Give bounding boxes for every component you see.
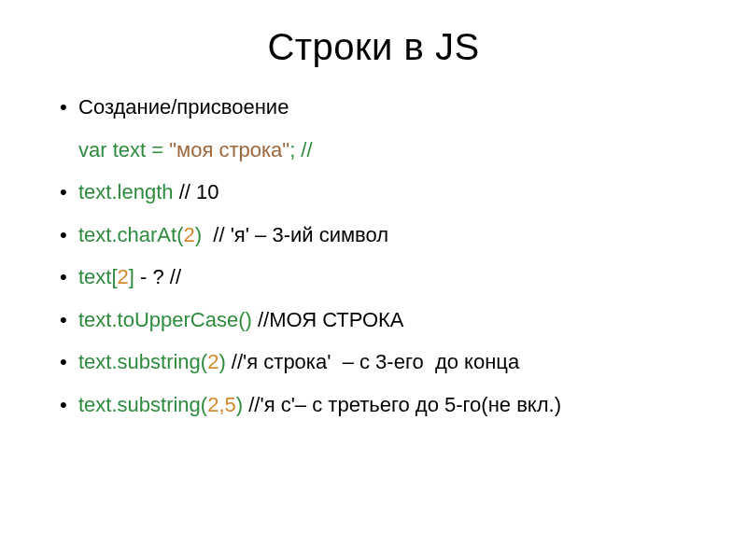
text-segment: ) [236,393,243,416]
text-segment: ) [195,223,207,246]
text-segment: "моя строка" [169,138,289,161]
text-segment: 2,5 [207,393,236,416]
text-segment: //МОЯ СТРОКА [252,308,404,331]
body-line: text.substring(2) //'я строка' – с 3-его… [56,349,691,375]
text-segment: // 10 [174,180,219,203]
body-line: Создание/присвоение [56,94,691,120]
text-segment: Создание/присвоение [78,95,289,119]
slide-title: Строки в JS [56,26,691,68]
text-segment: // 'я' – 3-ий символ [207,223,388,246]
text-segment: ) [218,350,225,373]
slide: Строки в JS Создание/присвоениеvar text … [0,0,747,560]
body-line: text.substring(2,5) //'я с'– с третьего … [56,392,691,418]
body-line: text.toUpperCase() //МОЯ СТРОКА [56,307,691,333]
body-line: text.charAt(2) // 'я' – 3-ий символ [56,222,691,248]
text-segment: text.charAt( [78,223,183,246]
text-segment: 2 [183,223,194,246]
text-segment: text.substring( [78,350,207,373]
body-line: text.length // 10 [56,179,691,205]
text-segment: var text = [78,138,169,161]
text-segment: text.substring( [78,393,207,416]
text-segment: 2 [207,350,218,373]
text-segment: - ? // [134,265,181,288]
body-line: var text = "моя строка"; // [56,137,691,163]
text-segment: 2 [118,265,129,288]
text-segment: text[ [78,265,118,288]
slide-body: Создание/присвоениеvar text = "моя строк… [56,94,691,417]
body-line: text[2] - ? // [56,264,691,290]
text-segment: //'я строка' – с 3-его до конца [226,350,519,373]
text-segment: text.toUpperCase() [78,308,252,331]
text-segment: ; // [289,138,312,161]
text-segment: text.length [78,180,174,203]
text-segment: //'я с'– с третьего до 5-го(не вкл.) [243,393,561,416]
